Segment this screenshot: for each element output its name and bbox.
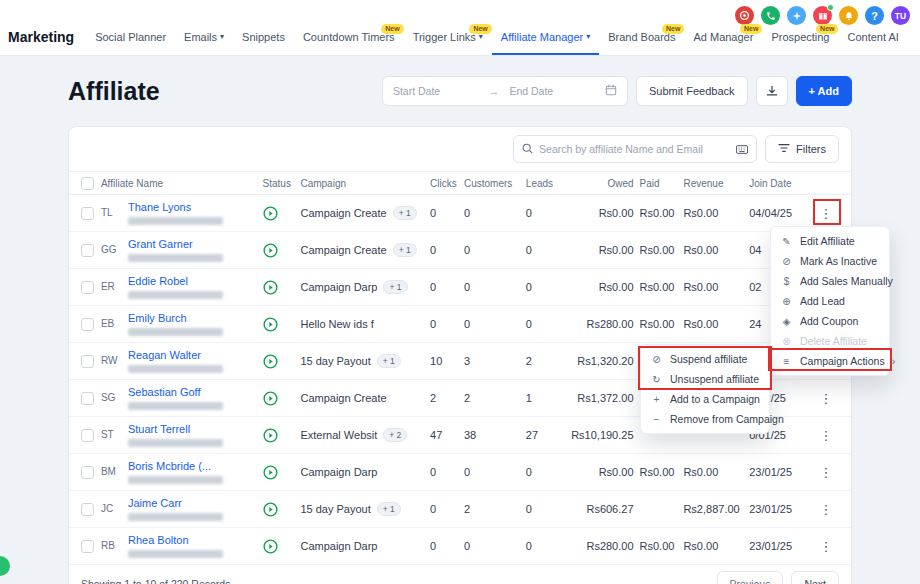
nav-tab[interactable]: Ad Manager ▾ New bbox=[684, 31, 762, 55]
status-active-icon bbox=[263, 243, 301, 258]
menu-item-label: Mark As Inactive bbox=[800, 255, 877, 267]
unsuspend-icon: ↻ bbox=[650, 374, 663, 385]
menu-item[interactable]: $ Add Sales Manually › bbox=[771, 271, 889, 291]
row-checkbox[interactable] bbox=[81, 429, 94, 442]
submenu-item-label: Suspend affiliate bbox=[670, 353, 747, 365]
download-button[interactable] bbox=[756, 76, 788, 106]
join-date-value: 23/01/25 bbox=[749, 503, 813, 515]
affiliate-name-link[interactable]: Jaime Carr bbox=[128, 497, 223, 510]
row-checkbox[interactable] bbox=[81, 355, 94, 368]
chevron-down-icon: ▾ bbox=[479, 33, 483, 41]
bell-icon[interactable] bbox=[839, 6, 858, 25]
gift-icon[interactable] bbox=[813, 6, 832, 25]
join-date-value: 23/01/25 bbox=[749, 466, 813, 478]
row-checkbox[interactable] bbox=[81, 503, 94, 516]
user-avatar[interactable]: TU bbox=[891, 6, 910, 25]
previous-page-button[interactable]: Previous bbox=[717, 571, 784, 584]
revenue-value: Rs0.00 bbox=[683, 207, 749, 219]
row-checkbox[interactable] bbox=[81, 207, 94, 220]
submenu-item-label: Add to a Campaign bbox=[670, 393, 760, 405]
row-checkbox[interactable] bbox=[81, 466, 94, 479]
row-actions-kebab-icon[interactable]: ⋮ bbox=[820, 465, 833, 480]
nav-tab[interactable]: Trigger Links ▾ New bbox=[404, 31, 492, 55]
nav-tab[interactable]: Emails ▾ bbox=[175, 31, 233, 55]
affiliate-name-link[interactable]: Eddie Robel bbox=[128, 275, 223, 288]
page-header: Affiliate Start Date → End Date Submit F… bbox=[0, 56, 920, 126]
menu-item[interactable]: ⊕ Add Lead › bbox=[771, 291, 889, 311]
menu-item[interactable]: ◈ Add Coupon › bbox=[771, 311, 889, 331]
row-actions-kebab-icon[interactable]: ⋮ bbox=[820, 391, 833, 406]
affiliate-name-link[interactable]: Grant Garner bbox=[128, 238, 223, 251]
nav-tab[interactable]: Snippets ▾ bbox=[233, 31, 294, 55]
clicks-value: 0 bbox=[430, 540, 464, 552]
affiliate-name-link[interactable]: Thane Lyons bbox=[128, 201, 223, 214]
floating-widget-button[interactable] bbox=[0, 556, 10, 576]
menu-item[interactable]: ⊘ Mark As Inactive › bbox=[771, 251, 889, 271]
owed-value: Rs0.00 bbox=[566, 281, 640, 293]
end-date-input[interactable]: End Date bbox=[509, 85, 595, 97]
nav-tab[interactable]: Content AI ▾ bbox=[838, 31, 907, 55]
campaign-actions-submenu: ⊘ Suspend affiliate ↻ Unsuspend affiliat… bbox=[640, 344, 770, 434]
search-input[interactable] bbox=[539, 143, 730, 155]
date-range-picker[interactable]: Start Date → End Date bbox=[382, 76, 628, 106]
phone-icon[interactable] bbox=[761, 6, 780, 25]
paid-value: Rs0.00 bbox=[640, 244, 684, 256]
campaign-count-pill: + 2 bbox=[383, 428, 407, 442]
next-page-button[interactable]: Next bbox=[791, 571, 839, 584]
row-actions-kebab-icon[interactable]: ⋮ bbox=[820, 428, 833, 443]
affiliate-name-link[interactable]: Rhea Bolton bbox=[128, 534, 223, 547]
row-actions-kebab-icon[interactable]: ⋮ bbox=[820, 539, 833, 554]
submenu-item[interactable]: − Remove from Campaign bbox=[641, 409, 769, 429]
paid-value: Rs0.00 bbox=[640, 207, 684, 219]
affiliate-name-link[interactable]: Emily Burch bbox=[128, 312, 223, 325]
row-actions-kebab-icon[interactable]: ⋮ bbox=[820, 502, 833, 517]
campaign-name: Campaign Darp bbox=[300, 466, 377, 478]
filters-button[interactable]: Filters bbox=[765, 135, 839, 163]
column-header-revenue: Revenue bbox=[683, 178, 749, 189]
paid-value: Rs0.00 bbox=[640, 540, 684, 552]
record-icon[interactable] bbox=[735, 6, 754, 25]
affiliate-name-link[interactable]: Reagan Walter bbox=[128, 349, 223, 362]
clicks-value: 47 bbox=[430, 429, 464, 441]
avatar-initials: JC bbox=[101, 503, 123, 514]
start-date-input[interactable]: Start Date bbox=[393, 85, 479, 97]
row-checkbox[interactable] bbox=[81, 244, 94, 257]
submenu-item[interactable]: ⊘ Suspend affiliate bbox=[641, 349, 769, 369]
status-active-icon bbox=[263, 428, 301, 443]
nav-tab[interactable]: Prospecting ▾ New bbox=[762, 31, 838, 55]
row-actions-kebab-icon[interactable]: ⋮ bbox=[820, 206, 833, 221]
filter-lines-icon bbox=[778, 143, 790, 155]
clicks-value: 0 bbox=[430, 281, 464, 293]
help-icon[interactable]: ? bbox=[865, 6, 884, 25]
campaign-name: Campaign Darp bbox=[300, 281, 377, 293]
nav-tab[interactable]: Brand Boards ▾ New bbox=[599, 31, 684, 55]
menu-item[interactable]: ✎ Edit Affiliate › bbox=[771, 231, 889, 251]
row-checkbox[interactable] bbox=[81, 318, 94, 331]
row-checkbox[interactable] bbox=[81, 392, 94, 405]
submenu-item[interactable]: + Add to a Campaign bbox=[641, 389, 769, 409]
row-checkbox[interactable] bbox=[81, 540, 94, 553]
affiliate-name-link[interactable]: Sebastian Goff bbox=[128, 386, 223, 399]
nav-tab-label: Social Planner bbox=[95, 31, 166, 43]
nav-tab-label: Affiliate Manager bbox=[501, 31, 583, 43]
affiliate-name-link[interactable]: Boris Mcbride (... bbox=[128, 460, 223, 473]
launchpad-icon[interactable] bbox=[787, 6, 806, 25]
table-header-row: Affiliate Name Status Campaign Clicks Cu… bbox=[69, 171, 851, 195]
affiliate-name-link[interactable]: Stuart Terrell bbox=[128, 423, 223, 436]
menu-item[interactable]: ≡ Campaign Actions › bbox=[771, 351, 889, 371]
add-button[interactable]: + Add bbox=[796, 76, 852, 106]
nav-tab[interactable]: Social Planner ▾ bbox=[86, 31, 175, 55]
table-toolbar: Filters bbox=[69, 127, 851, 171]
row-checkbox[interactable] bbox=[81, 281, 94, 294]
select-all-checkbox[interactable] bbox=[81, 177, 94, 190]
new-badge: New bbox=[469, 24, 491, 34]
keyboard-icon[interactable] bbox=[736, 140, 748, 158]
menu-item[interactable]: ⊗ Delete Affiliate › bbox=[771, 331, 889, 351]
submit-feedback-button[interactable]: Submit Feedback bbox=[636, 76, 748, 106]
nav-tab[interactable]: Countdown Timers ▾ New bbox=[294, 31, 404, 55]
submenu-item[interactable]: ↻ Unsuspend affiliate bbox=[641, 369, 769, 389]
blurred-email bbox=[128, 365, 223, 373]
nav-tab[interactable]: Affiliate Manager ▾ bbox=[492, 31, 599, 55]
blurred-email bbox=[128, 439, 223, 447]
avatar-initials: TL bbox=[101, 207, 123, 218]
